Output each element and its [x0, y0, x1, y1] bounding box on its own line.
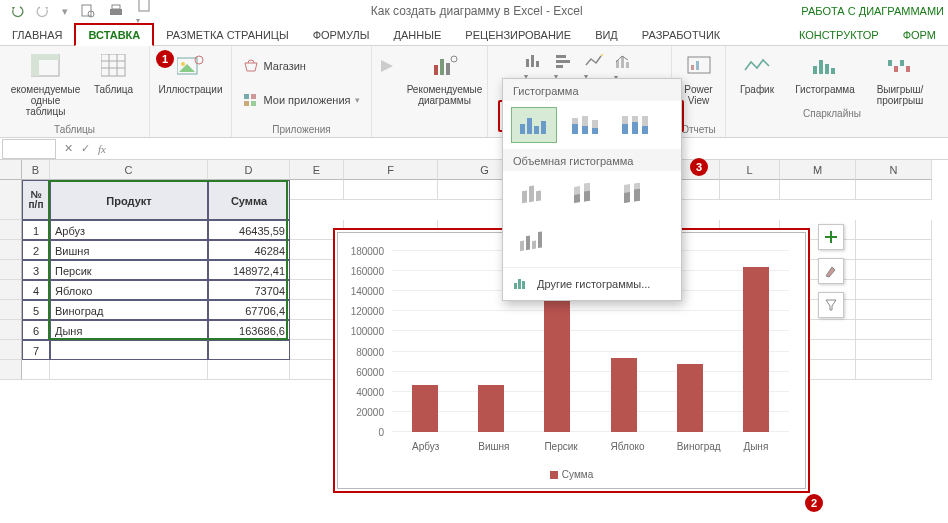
cell[interactable] [22, 360, 50, 380]
chart-filter-button[interactable] [818, 292, 844, 318]
cell[interactable] [50, 340, 208, 360]
chart-bar[interactable] [478, 385, 504, 432]
row-header[interactable] [0, 360, 22, 380]
3d-stacked-option[interactable] [561, 177, 607, 213]
chart-bar[interactable] [743, 267, 769, 432]
page-icon[interactable]: ▾ [136, 0, 152, 25]
chart-bar[interactable] [677, 364, 703, 432]
sparkline-column-button[interactable]: Гистограмма [792, 50, 858, 106]
cell[interactable]: 5 [22, 300, 50, 320]
cell[interactable]: 3 [22, 260, 50, 280]
undo-icon[interactable] [10, 4, 24, 18]
confirm-icon[interactable]: ✓ [81, 142, 90, 155]
recommended-pivot-button[interactable]: екомендуемые одные таблицы [11, 50, 81, 117]
tab-insert[interactable]: ВСТАВКА [74, 23, 154, 46]
cell[interactable]: 148972,41 [208, 260, 290, 280]
column-chart-icon[interactable]: ▾ [524, 53, 544, 81]
line-chart-icon[interactable]: ▾ [584, 53, 604, 81]
fx-icon[interactable]: fx [98, 143, 106, 155]
bar-chart-icon[interactable]: ▾ [554, 53, 574, 81]
cell[interactable] [208, 340, 290, 360]
cell[interactable]: Виноград [50, 300, 208, 320]
column-header[interactable]: C [50, 160, 208, 180]
tab-format[interactable]: ФОРМ [891, 25, 948, 45]
more-histograms-button[interactable]: Другие гистограммы... [503, 267, 681, 296]
cell[interactable] [208, 360, 290, 380]
cell[interactable]: 73704 [208, 280, 290, 300]
row-header[interactable] [0, 340, 22, 360]
tab-home[interactable]: ГЛАВНАЯ [0, 25, 74, 45]
redo-icon[interactable] [36, 4, 50, 18]
cell[interactable]: 1 [22, 220, 50, 240]
cell[interactable] [290, 180, 344, 200]
cell[interactable]: 163686,6 [208, 320, 290, 340]
sparkline-line-button[interactable]: График [734, 50, 780, 106]
cell[interactable]: 67706,4 [208, 300, 290, 320]
cell[interactable] [856, 240, 932, 260]
chart-bar[interactable] [611, 358, 637, 432]
cell[interactable] [856, 300, 932, 320]
100-stacked-column-option[interactable] [611, 107, 657, 143]
tab-formulas[interactable]: ФОРМУЛЫ [301, 25, 382, 45]
column-header[interactable]: E [290, 160, 344, 180]
cell[interactable]: Яблоко [50, 280, 208, 300]
cell[interactable]: Арбуз [50, 220, 208, 240]
table-button[interactable]: Таблица [89, 50, 139, 95]
cell[interactable]: Продукт [50, 180, 208, 220]
tours-button[interactable] [375, 50, 399, 82]
cell[interactable]: 46435,59 [208, 220, 290, 240]
tab-view[interactable]: ВИД [583, 25, 630, 45]
cell[interactable]: №п/п [22, 180, 50, 220]
row-header[interactable] [0, 280, 22, 300]
row-header[interactable] [0, 320, 22, 340]
column-header[interactable]: B [22, 160, 50, 180]
recommended-charts-button[interactable]: Рекомендуемые диаграммы [406, 50, 484, 106]
my-apps-button[interactable]: Мои приложения ▾ [239, 90, 363, 110]
cell[interactable] [856, 260, 932, 280]
select-all-corner[interactable] [0, 160, 22, 180]
cancel-icon[interactable]: ✕ [64, 142, 73, 155]
cell[interactable] [856, 320, 932, 340]
cell[interactable] [856, 280, 932, 300]
column-header[interactable]: F [344, 160, 438, 180]
print-preview-icon[interactable] [80, 3, 96, 19]
cell[interactable]: 7 [22, 340, 50, 360]
name-box[interactable] [2, 139, 56, 159]
tab-review[interactable]: РЕЦЕНЗИРОВАНИЕ [453, 25, 583, 45]
cell[interactable]: Сумма [208, 180, 290, 220]
row-header[interactable] [0, 180, 22, 220]
row-header[interactable] [0, 240, 22, 260]
store-button[interactable]: Магазин [239, 56, 363, 76]
cell[interactable] [720, 180, 780, 200]
cell[interactable] [780, 180, 856, 200]
print-icon[interactable] [108, 3, 124, 19]
chart-bar[interactable] [544, 282, 570, 432]
tab-data[interactable]: ДАННЫЕ [382, 25, 454, 45]
cell[interactable] [856, 360, 932, 380]
cell[interactable]: 6 [22, 320, 50, 340]
cell[interactable]: 2 [22, 240, 50, 260]
cell[interactable]: 46284 [208, 240, 290, 260]
cell[interactable] [856, 220, 932, 240]
chart-elements-button[interactable] [818, 224, 844, 250]
tab-developer[interactable]: РАЗРАБОТЧИК [630, 25, 732, 45]
3d-100-stacked-option[interactable] [611, 177, 657, 213]
cell[interactable]: 4 [22, 280, 50, 300]
tab-page-layout[interactable]: РАЗМЕТКА СТРАНИЦЫ [154, 25, 300, 45]
cell[interactable] [856, 340, 932, 360]
cell[interactable]: Персик [50, 260, 208, 280]
column-header[interactable]: D [208, 160, 290, 180]
tab-design[interactable]: КОНСТРУКТОР [787, 25, 891, 45]
row-header[interactable] [0, 220, 22, 240]
sparkline-winloss-button[interactable]: Выигрыш/ проигрыш [870, 50, 930, 106]
cell[interactable]: Вишня [50, 240, 208, 260]
column-header[interactable]: N [856, 160, 932, 180]
cell[interactable]: Дыня [50, 320, 208, 340]
cell[interactable] [344, 180, 438, 200]
3d-clustered-option[interactable] [511, 177, 557, 213]
column-header[interactable]: L [720, 160, 780, 180]
stacked-column-option[interactable] [561, 107, 607, 143]
chart-bar[interactable] [412, 385, 438, 432]
cell[interactable] [856, 180, 932, 200]
powerview-button[interactable]: Power View [676, 50, 722, 106]
